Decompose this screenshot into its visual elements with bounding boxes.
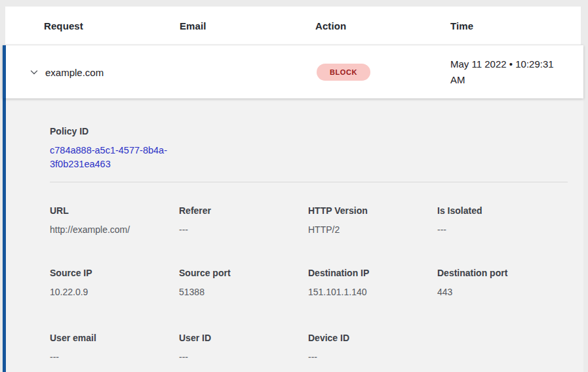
field-destination-port: Destination port 443 xyxy=(437,266,562,299)
field-url: URL http://example.com/ xyxy=(50,204,174,236)
field-label: HTTP Version xyxy=(308,204,433,217)
field-value: 51388 xyxy=(179,285,304,299)
field-label: Source port xyxy=(179,266,304,279)
field-value: 443 xyxy=(437,285,562,299)
row-time-value: May 11 2022 • 10:29:31 AM xyxy=(450,56,565,88)
detail-field-row: Source IP 10.22.0.9 Source port 51388 De… xyxy=(6,266,583,299)
field-referer: Referer --- xyxy=(179,204,304,236)
field-source-ip: Source IP 10.22.0.9 xyxy=(50,266,174,299)
table-row[interactable]: example.com BLOCK May 11 2022 • 10:29:31… xyxy=(3,45,583,98)
column-header-request: Request xyxy=(44,20,83,31)
field-value: --- xyxy=(308,350,433,363)
field-value: --- xyxy=(179,223,304,236)
field-is-isolated: Is Isolated --- xyxy=(437,204,562,236)
action-block-badge: BLOCK xyxy=(317,64,370,81)
field-label: Device ID xyxy=(308,331,433,344)
detail-field-row: URL http://example.com/ Referer --- HTTP… xyxy=(6,204,583,237)
field-value: http://example.com/ xyxy=(50,223,174,236)
field-value: 10.22.0.9 xyxy=(50,285,174,299)
row-detail-panel: Policy ID c784a888-a5c1-4577-8b4a-3f0b23… xyxy=(3,98,583,372)
field-source-port: Source port 51388 xyxy=(179,266,304,299)
field-destination-ip: Destination IP 151.101.1.140 xyxy=(308,266,433,299)
field-label: Is Isolated xyxy=(437,204,562,217)
field-label: User ID xyxy=(179,331,304,344)
detail-field-row: User email --- User ID --- Device ID --- xyxy=(6,331,583,364)
field-http-version: HTTP Version HTTP/2 xyxy=(308,204,433,236)
row-request-value: example.com xyxy=(45,66,104,77)
column-header-time: Time xyxy=(450,20,473,31)
section-divider xyxy=(50,182,568,182)
field-value: --- xyxy=(179,350,304,363)
field-label: Destination port xyxy=(437,266,562,279)
field-value: --- xyxy=(50,350,174,363)
field-user-id: User ID --- xyxy=(179,331,304,363)
field-value: HTTP/2 xyxy=(308,223,433,236)
column-header-action: Action xyxy=(315,20,346,31)
field-label: Source IP xyxy=(50,266,174,279)
field-value: --- xyxy=(437,223,562,236)
field-policy-id: Policy ID c784a888-a5c1-4577-8b4a-3f0b23… xyxy=(50,125,187,171)
field-user-email: User email --- xyxy=(50,331,174,363)
field-label: URL xyxy=(50,204,174,217)
chevron-down-icon xyxy=(29,67,39,77)
table-header: Request Email Action Time xyxy=(5,7,581,45)
collapse-row-button[interactable] xyxy=(28,66,41,79)
field-label: User email xyxy=(50,331,174,344)
policy-id-link[interactable]: c784a888-a5c1-4577-8b4a-3f0b231ea463 xyxy=(50,144,187,171)
policy-id-label: Policy ID xyxy=(50,125,187,138)
field-label: Referer xyxy=(179,204,304,217)
column-header-email: Email xyxy=(180,20,206,31)
field-value: 151.101.1.140 xyxy=(308,285,433,299)
field-label: Destination IP xyxy=(308,266,433,279)
field-device-id: Device ID --- xyxy=(308,331,433,363)
